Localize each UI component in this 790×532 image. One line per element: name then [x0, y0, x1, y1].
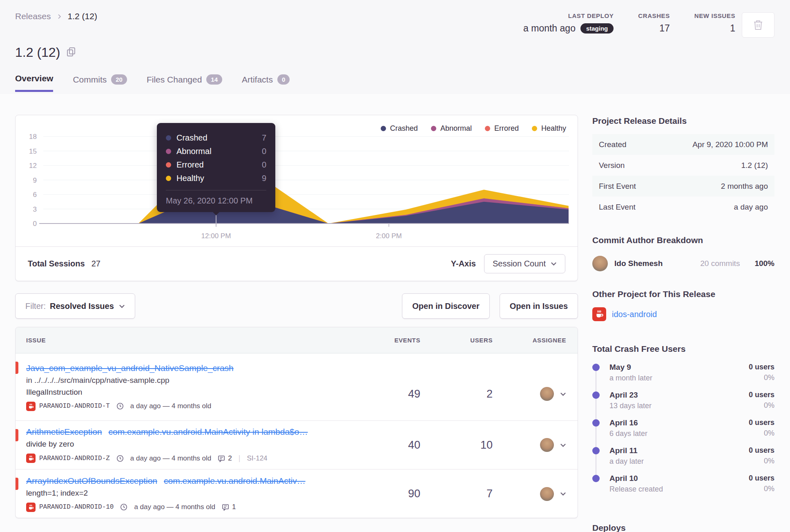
issue-message: length=1; index=2 [26, 489, 361, 498]
issue-title-detail[interactable]: com.example.vu.android.MainActivity in l… [109, 427, 308, 436]
java-project-icon [592, 307, 606, 321]
assignee-avatar[interactable] [540, 387, 554, 401]
last-deploy-value: a month ago [523, 23, 576, 34]
svg-text:2:00 PM: 2:00 PM [376, 232, 402, 240]
crashed-dot-icon [381, 126, 386, 131]
detail-row-version: Version 1.2 (12) [592, 155, 774, 176]
column-users: USERS [422, 337, 496, 344]
chevron-right-icon [57, 14, 62, 19]
crash-free-timeline: May 9 a month later 0 users0% April 23 1… [592, 363, 774, 502]
breadcrumb: Releases 1.2 (12) [15, 11, 97, 21]
legend-errored[interactable]: Errored [485, 124, 519, 133]
tab-files-changed[interactable]: Files Changed 14 [147, 74, 222, 92]
commit-author-row: Ido Shemesh 20 commits 100% [592, 256, 774, 271]
issue-title-link[interactable]: ArithmeticException [26, 427, 102, 436]
unhandled-indicator [15, 429, 18, 441]
issue-row: ArithmeticExceptioncom.example.vu.androi… [16, 421, 578, 469]
issue-title-link[interactable]: ArrayIndexOutOfBoundsException [26, 476, 157, 485]
tab-artifacts[interactable]: Artifacts 0 [242, 74, 290, 92]
project-chip[interactable]: PARANOID-ANDROID-Z [26, 454, 110, 463]
project-chip[interactable]: PARANOID-ANDROID-10 [26, 503, 114, 512]
svg-text:18: 18 [29, 133, 37, 141]
timeline-item: April 16 6 days later 0 users0% [592, 418, 774, 446]
legend-healthy[interactable]: Healthy [532, 124, 566, 133]
users-count: 10 [480, 439, 493, 451]
issue-row: Java_com_example_vu_android_NativeSample… [16, 353, 578, 421]
column-issue: ISSUE [16, 337, 361, 344]
trash-icon [753, 19, 763, 31]
detail-row-first-event: First Event 2 months ago [592, 176, 774, 197]
total-sessions-label: Total Sessions [28, 259, 85, 268]
timeline-dot-icon [592, 419, 600, 427]
other-project-link[interactable]: idos-android [612, 310, 657, 319]
crashed-dot-icon [166, 135, 171, 141]
svg-text:6: 6 [33, 191, 37, 199]
issues-toolbar: Filter: Resolved Issues Open in Discover… [15, 293, 578, 319]
divider: | [239, 454, 241, 463]
open-in-discover-button[interactable]: Open in Discover [402, 293, 490, 319]
y-axis-select[interactable]: Session Count [484, 254, 565, 273]
breadcrumb-releases-link[interactable]: Releases [15, 11, 51, 21]
chart-tooltip: Crashed7 Abnormal0 Errored0 Healthy9 May… [157, 123, 275, 212]
copy-version-button[interactable] [67, 45, 76, 60]
author-name: Ido Shemesh [614, 259, 663, 268]
legend-abnormal[interactable]: Abnormal [431, 124, 472, 133]
issues-filter-dropdown[interactable]: Filter: Resolved Issues [15, 293, 135, 319]
svg-text:9: 9 [33, 177, 37, 184]
chevron-down-icon[interactable] [560, 442, 566, 448]
issue-title-link[interactable]: Java_com_example_vu_android_NativeSample… [26, 363, 234, 373]
assignee-avatar[interactable] [540, 438, 554, 452]
chevron-down-icon[interactable] [560, 391, 566, 397]
abnormal-dot-icon [166, 149, 171, 154]
stat-last-deploy: LAST DEPLOY a month ago staging [523, 12, 614, 34]
author-avatar [592, 256, 608, 271]
chevron-down-icon [119, 303, 125, 309]
timeline-item: May 9 a month later 0 users0% [592, 363, 774, 391]
svg-text:12:00 PM: 12:00 PM [201, 232, 231, 240]
release-details-table: Created Apr 9, 2020 10:00 PM Version 1.2… [592, 134, 774, 217]
release-sidebar: Project Release Details Created Apr 9, 2… [592, 116, 774, 532]
issues-table: ISSUE EVENTS USERS ASSIGNEE Java_com_exa… [15, 327, 578, 518]
users-count: 7 [486, 487, 493, 500]
abnormal-dot-icon [431, 126, 436, 131]
detail-row-last-event: Last Event a day ago [592, 197, 774, 217]
crash-free-heading: Total Crash Free Users [592, 344, 774, 354]
issue-title-detail[interactable]: com.example.vu.android.MainActiv… [164, 476, 306, 485]
environment-badge: staging [580, 23, 614, 34]
sessions-area-chart[interactable]: 036912151812:00 PM2:00 PM [16, 115, 578, 247]
comments-count: 2 [218, 454, 232, 463]
other-project-row: idos-android [592, 307, 774, 321]
issue-row: ArrayIndexOutOfBoundsExceptioncom.exampl… [16, 469, 578, 518]
release-tabs: Overview Commits 20 Files Changed 14 Art… [15, 74, 290, 92]
chevron-down-icon[interactable] [560, 491, 566, 497]
legend-crashed[interactable]: Crashed [381, 124, 418, 133]
total-sessions-value: 27 [91, 259, 100, 268]
header-stats: LAST DEPLOY a month ago staging CRASHES … [523, 12, 735, 34]
artifacts-count-badge: 0 [277, 74, 290, 85]
timeline-dot-icon [592, 364, 600, 371]
java-project-icon [26, 503, 36, 512]
unhandled-indicator [15, 362, 18, 374]
timeline-item: April 11 a day later 0 users0% [592, 446, 774, 474]
open-in-issues-button[interactable]: Open in Issues [500, 293, 578, 319]
errored-dot-icon [485, 126, 490, 131]
tab-commits[interactable]: Commits 20 [73, 74, 127, 92]
deploys-heading: Deploys [592, 523, 774, 532]
assignee-avatar[interactable] [540, 487, 554, 501]
delete-release-button[interactable] [742, 12, 774, 38]
release-details-heading: Project Release Details [592, 116, 774, 126]
issue-age: a day ago — 4 months old [130, 454, 211, 463]
timeline-dot-icon [592, 447, 600, 454]
author-commit-count: 20 commits [700, 259, 740, 268]
timeline-item: April 23 13 days later 0 users0% [592, 391, 774, 418]
sessions-chart-card: 036912151812:00 PM2:00 PM Crashed Abnorm… [15, 115, 578, 281]
chart-legend: Crashed Abnormal Errored Healthy [381, 124, 566, 133]
stat-label: NEW ISSUES [694, 12, 735, 19]
stat-crashes: CRASHES 17 [638, 12, 670, 34]
issue-culprit: in ../../../../src/main/cpp/native-sampl… [26, 376, 361, 385]
crashes-value: 17 [659, 23, 670, 34]
tab-overview[interactable]: Overview [15, 74, 53, 92]
project-chip[interactable]: PARANOID-ANDROID-T [26, 402, 110, 411]
column-assignee: ASSIGNEE [496, 337, 578, 344]
issue-short-id: SI-124 [247, 454, 267, 463]
